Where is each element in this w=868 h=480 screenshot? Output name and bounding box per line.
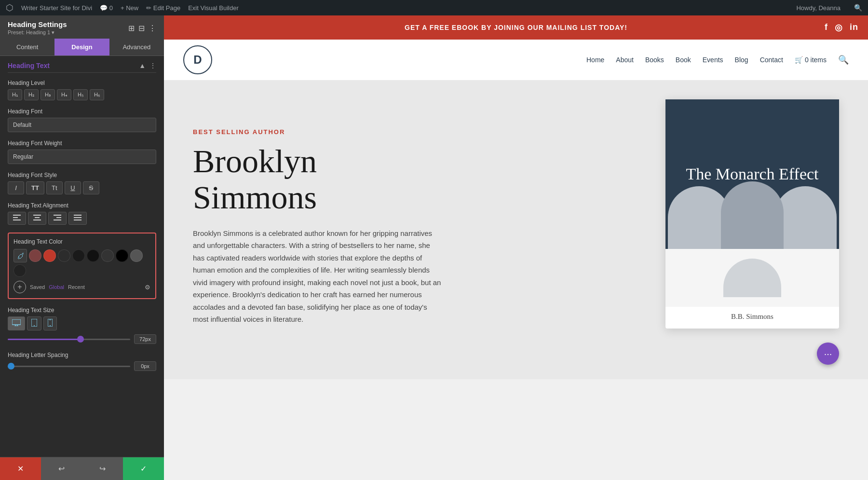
redo-button[interactable]: ↪ (82, 457, 123, 480)
banner-social: f ◎ in (627, 22, 858, 33)
panel-header: Heading Settings Preset: Heading 1 ▾ ⊞ ⊟… (0, 15, 164, 39)
tab-content[interactable]: Content (0, 39, 54, 55)
color-tab-global[interactable]: Global (49, 284, 64, 290)
heading-level-h3[interactable]: H₃ (41, 89, 55, 100)
panel-tabs: Content Design Advanced (0, 39, 164, 56)
align-justify-button[interactable] (68, 212, 87, 225)
heading-level-h4[interactable]: H₄ (57, 89, 71, 100)
section-collapse-icon[interactable]: ▲ (139, 62, 146, 69)
eyedropper-button[interactable] (14, 249, 27, 262)
device-desktop-button[interactable] (8, 316, 25, 330)
site-logo: D (183, 45, 212, 74)
linkedin-icon[interactable]: in (850, 22, 858, 33)
edit-page-button[interactable]: ✏ Edit Page (146, 4, 180, 12)
svg-rect-11 (74, 219, 81, 220)
heading-levels: H₁ H₂ H₃ H₄ H₅ H₆ (8, 89, 156, 100)
main-layout: Heading Settings Preset: Heading 1 ▾ ⊞ ⊟… (0, 15, 868, 480)
align-right-button[interactable] (48, 212, 67, 225)
exit-visual-builder-button[interactable]: Exit Visual Builder (188, 4, 239, 12)
admin-search-icon[interactable]: 🔍 (854, 4, 862, 12)
svg-point-12 (18, 257, 19, 258)
italic-button[interactable]: I (8, 181, 24, 194)
heading-level-h1[interactable]: H₁ (8, 89, 22, 100)
color-swatch-6[interactable] (116, 249, 128, 262)
device-tablet-button[interactable] (27, 316, 41, 330)
heading-font-select[interactable]: Default (8, 118, 156, 132)
svg-rect-2 (13, 219, 21, 220)
device-buttons (8, 316, 156, 330)
cart-icon: 🛒 (795, 56, 803, 64)
floating-menu-button[interactable]: ··· (817, 343, 839, 365)
tab-advanced[interactable]: Advanced (109, 39, 164, 55)
nav-books[interactable]: Books (645, 56, 664, 64)
bold-button[interactable]: TT (26, 181, 44, 194)
panel-preset[interactable]: Preset: Heading 1 ▾ (8, 29, 67, 36)
nav-about[interactable]: About (616, 56, 634, 64)
align-center-button[interactable] (28, 212, 46, 225)
heading-level-h5[interactable]: H₅ (73, 89, 88, 100)
nav-cart[interactable]: 🛒 0 items (795, 56, 827, 64)
letter-spacing-slider[interactable] (8, 366, 130, 367)
color-swatch-1[interactable] (43, 249, 56, 262)
svg-point-18 (34, 325, 35, 326)
underline-button[interactable]: U (65, 181, 81, 194)
heading-font-label: Heading Font (8, 108, 156, 115)
color-swatch-5[interactable] (101, 249, 114, 262)
color-swatch-7[interactable] (130, 249, 143, 262)
device-mobile-button[interactable] (43, 316, 57, 330)
book-cover: The Monarch Effect (665, 99, 839, 249)
hero-content: BEST SELLING AUTHOR Brooklyn Simmons Bro… (193, 109, 646, 326)
heading-level-h6[interactable]: H₆ (90, 89, 104, 100)
color-tab-recent[interactable]: Recent (68, 284, 85, 290)
facebook-icon[interactable]: f (825, 22, 828, 33)
arch-center (721, 181, 784, 249)
color-swatch-2[interactable] (58, 249, 70, 262)
color-swatch-3[interactable] (72, 249, 85, 262)
letter-spacing-range-row: 0px (8, 361, 156, 371)
maximize-icon[interactable]: ⊞ (128, 24, 135, 33)
bold-alt-button[interactable]: Tt (46, 181, 63, 194)
banner-text: GET A FREE EBOOK BY JOINING OUR MAILING … (405, 24, 627, 31)
settings-panel: Heading Settings Preset: Heading 1 ▾ ⊞ ⊟… (0, 15, 164, 480)
svg-rect-0 (13, 215, 21, 216)
nav-home[interactable]: Home (586, 56, 604, 64)
nav-search-icon[interactable]: 🔍 (838, 55, 849, 65)
book-bottom (665, 249, 839, 307)
heading-font-weight-select[interactable]: Regular (8, 150, 156, 164)
site-nav: D Home About Books Book Events Blog Cont… (164, 40, 868, 80)
nav-book[interactable]: Book (676, 56, 691, 64)
tab-design[interactable]: Design (54, 39, 109, 55)
color-settings-icon[interactable]: ⚙ (145, 284, 150, 291)
svg-rect-3 (33, 215, 41, 216)
heading-text-size-group: Heading Text Size 72px (8, 307, 156, 344)
color-swatch-4[interactable] (87, 249, 99, 262)
panel-title: Heading Settings (8, 20, 67, 28)
split-icon[interactable]: ⊟ (138, 24, 145, 33)
nav-contact[interactable]: Contact (760, 56, 783, 64)
nav-blog[interactable]: Blog (735, 56, 748, 64)
panel-content: Heading Text ▲ ⋮ Heading Level H₁ H₂ H₃ … (0, 56, 164, 457)
new-button[interactable]: + New (121, 4, 138, 12)
add-color-button[interactable]: + (14, 281, 26, 293)
heading-level-h2[interactable]: H₂ (24, 89, 39, 100)
cancel-button[interactable]: ✕ (0, 457, 41, 480)
strikethrough-button[interactable]: S (83, 181, 99, 194)
heading-font-weight-group: Heading Font Weight Regular (8, 140, 156, 164)
nav-events[interactable]: Events (703, 56, 723, 64)
save-button[interactable]: ✓ (123, 457, 164, 480)
color-swatch-0[interactable] (29, 249, 41, 262)
hero-name: Brooklyn Simmons (193, 143, 646, 216)
instagram-icon[interactable]: ◎ (835, 22, 843, 33)
book-card: The Monarch Effect B.B. Simmons (665, 99, 839, 329)
site-name: Writer Starter Site for Divi (21, 4, 92, 12)
color-swatch-8[interactable] (14, 264, 26, 277)
top-banner: GET A FREE EBOOK BY JOINING OUR MAILING … (164, 15, 868, 40)
text-size-slider[interactable] (8, 339, 130, 340)
section-heading-text: Heading Text ▲ ⋮ (8, 62, 156, 73)
color-tab-saved[interactable]: Saved (30, 284, 45, 290)
heading-font-weight-label: Heading Font Weight (8, 140, 156, 147)
section-more-icon[interactable]: ⋮ (149, 62, 156, 69)
undo-button[interactable]: ↩ (41, 457, 82, 480)
more-options-icon[interactable]: ⋮ (149, 24, 156, 33)
align-left-button[interactable] (8, 212, 26, 225)
